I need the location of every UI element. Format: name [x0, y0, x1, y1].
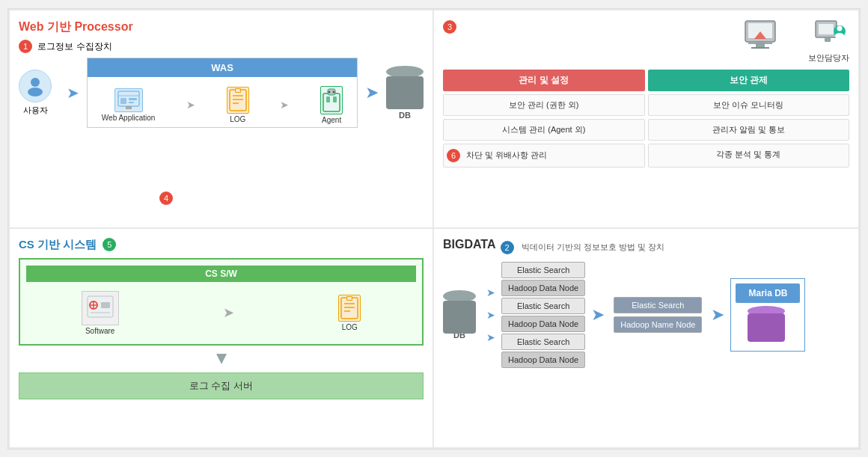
cs-log-component: LOG [338, 295, 361, 331]
log-component: LOG [227, 87, 249, 123]
mgmt-cell-3: 시스템 관리 (Agent 외) [443, 119, 645, 141]
bigdata-title-row: BIGDATA 2 빅데이터 기반의 정보보호 방법 및 장치 [443, 238, 849, 257]
was-box: WAS [87, 58, 358, 128]
arrow-user-to-was: ➤ [67, 84, 79, 102]
svg-rect-13 [236, 89, 240, 92]
section-web: Web 기반 Processor 1 로그정보 수집장치 사용자 ➤ WAS [8, 9, 434, 229]
mgmt-grid: 관리 및 설정 보안 관제 보안 관리 (권한 외) 보안 이슈 모니터링 시스… [443, 70, 849, 141]
svg-point-32 [835, 33, 844, 39]
software-label: Software [85, 327, 114, 335]
db-box: DB [386, 66, 424, 120]
software-icon [82, 291, 119, 325]
hadoop-3: Hadoop Data Node [501, 352, 585, 368]
svg-marker-45 [216, 354, 227, 364]
svg-rect-6 [129, 102, 134, 103]
svg-rect-28 [819, 24, 834, 34]
hadoop-2: Hadoop Data Node [501, 316, 585, 332]
user-label: 사용자 [23, 105, 48, 116]
arrow-sw-to-log: ➤ [223, 304, 234, 321]
bigdata-db-cylinder [443, 290, 476, 329]
center-hadoop: Hadoop Name Node [614, 316, 702, 333]
mgmt-btn-settings: 관리 및 설정 [443, 70, 645, 91]
circle-4: 4 [159, 191, 176, 205]
mgmt-grid-bottom: 6 차단 및 위배사항 관리 각종 분석 및 통계 [443, 144, 849, 168]
agent-component: Agent [320, 86, 343, 124]
svg-point-19 [333, 91, 335, 93]
bigdata-title: BIGDATA [443, 238, 496, 251]
arrow-wa-to-log: ➤ [186, 99, 195, 111]
elastic-1: Elastic Search [501, 262, 585, 278]
svg-rect-39 [341, 298, 358, 319]
webapp-icon [114, 88, 143, 112]
circle-1: 1 [19, 40, 32, 53]
arrow-nodes-to-center: ➤ [591, 305, 605, 325]
bigdata-nodes-wrapper: DB ➤ ➤ ➤ Elastic Search Hadoop Data Node… [443, 262, 849, 368]
svg-point-18 [328, 91, 331, 93]
webapp-label: Web Application [102, 114, 156, 122]
svg-rect-4 [120, 98, 126, 104]
node-group: Elastic Search Hadoop Data Node Elastic … [501, 262, 585, 368]
mgmt-header-row: 3 [443, 19, 849, 64]
log-icon [227, 87, 249, 114]
section-bigdata: BIGDATA 2 빅데이터 기반의 정보보호 방법 및 장치 DB ➤ ➤ ➤… [434, 229, 860, 449]
agent-label: Agent [322, 116, 341, 124]
mgmt-bottom-row: 6 차단 및 위배사항 관리 각종 분석 및 통계 [443, 144, 849, 168]
svg-rect-44 [347, 297, 352, 300]
software-component: Software [82, 291, 119, 335]
svg-point-31 [837, 25, 842, 31]
cs-components: Software ➤ LOG [26, 288, 416, 338]
person-label: 보안담당자 [808, 52, 849, 64]
cs-log-icon [338, 295, 361, 322]
bigdata-subtitle: 빅데이터 기반의 정보보호 방법 및 장치 [522, 242, 664, 253]
cs-title-row: CS 기반 시스템 5 [19, 238, 424, 252]
svg-rect-37 [101, 302, 110, 308]
arrow-log-to-agent: ➤ [280, 99, 289, 111]
svg-rect-16 [333, 96, 337, 102]
monitor-box [742, 19, 778, 52]
elastic-3: Elastic Search [501, 334, 585, 350]
cs-inner-box: CS S/W Software [19, 258, 424, 346]
log-label: LOG [230, 115, 245, 123]
svg-rect-25 [756, 42, 765, 48]
bigdata-db-col: DB [443, 290, 476, 340]
circle-5: 5 [103, 238, 116, 251]
arrow-center-to-maria: ➤ [711, 305, 724, 325]
maria-db-label: Maria DB [736, 283, 800, 303]
svg-point-1 [28, 88, 43, 96]
web-title: Web 기반 Processor [19, 19, 424, 35]
user-icon [19, 70, 52, 102]
agent-icon [320, 86, 343, 114]
maria-db-container: Maria DB [730, 278, 805, 352]
arrow-db-to-nodes: ➤ ➤ ➤ [486, 286, 495, 343]
svg-rect-14 [323, 93, 340, 111]
db-purple-body [748, 313, 785, 342]
mgmt-btn-security: 보안 관제 [648, 70, 850, 91]
log-server-bar: 로그 수집 서버 [19, 372, 424, 399]
maria-db-icon [736, 306, 800, 346]
arrow-was-to-db: ➤ [365, 83, 379, 102]
arrow-down-cs [19, 352, 424, 366]
person-box: 보안담당자 [808, 19, 849, 64]
webapp-component: Web Application [102, 88, 156, 122]
section-cs: CS 기반 시스템 5 CS S/W [8, 229, 434, 449]
web-components: Web Application ➤ [88, 83, 357, 127]
maria-db-cylinder [748, 306, 788, 346]
db-cylinder [386, 66, 424, 109]
circle-3: 3 [443, 19, 459, 34]
mgmt-cell-5: 6 차단 및 위배사항 관리 [443, 144, 645, 168]
svg-point-0 [31, 78, 40, 87]
mgmt-cell-6: 각종 분석 및 통계 [648, 144, 850, 168]
center-col: Elastic Search Hadoop Name Node [614, 297, 702, 333]
mgmt-cell-1: 보안 관리 (권한 외) [443, 94, 645, 116]
cs-title: CS 기반 시스템 [19, 238, 97, 252]
mgmt-icons-row: 보안담당자 [742, 19, 849, 64]
mgmt-cell-2: 보안 이슈 모니터링 [648, 94, 850, 116]
was-label: WAS [88, 58, 357, 77]
svg-rect-15 [326, 96, 330, 102]
svg-rect-8 [230, 90, 246, 111]
web-outer-layout: 사용자 ➤ WAS [19, 58, 424, 128]
db-label: DB [399, 111, 411, 120]
elastic-2: Elastic Search [501, 298, 585, 314]
cs-sw-label: CS S/W [26, 266, 416, 282]
cs-log-label: LOG [342, 323, 358, 331]
